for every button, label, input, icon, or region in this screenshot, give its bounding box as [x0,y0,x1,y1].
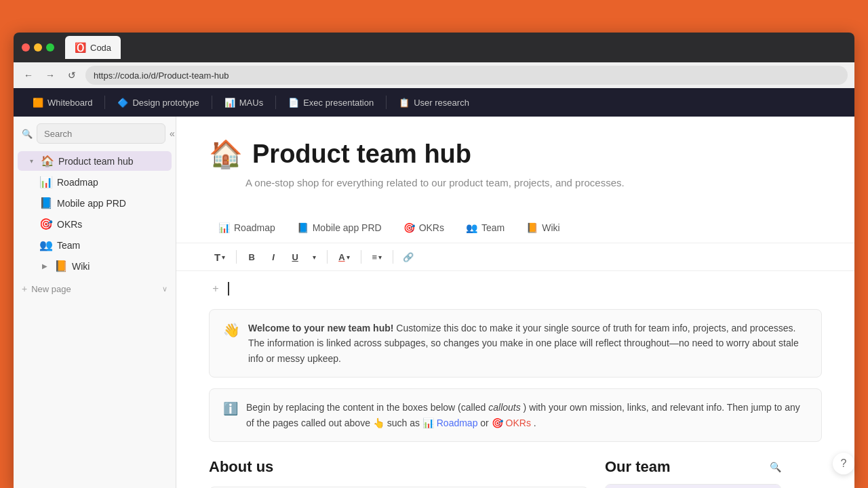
app-tab-maus[interactable]: 📊 MAUs [216,94,271,112]
wiki-inner-icon: 📙 [526,222,538,233]
app-tab-design-prototype[interactable]: 🔷 Design prototype [109,94,207,112]
roadmap-inner-icon: 📊 [218,222,230,233]
browser-tab-active[interactable]: 🅾️ Coda [65,36,121,59]
info-callout-icon: ℹ️ [223,401,238,430]
inner-tab-mobile-app-prd[interactable]: 📘 Mobile app PRD [288,218,391,237]
italic-button[interactable]: I [264,247,283,266]
close-button[interactable] [22,43,30,52]
forward-button[interactable]: → [42,67,58,83]
wiki-expand-icon: ▶ [39,261,50,272]
color-dropdown[interactable]: A ▾ [333,249,355,265]
sidebar-item-okrs[interactable]: 🎯 OKRs [18,214,172,234]
reload-button[interactable]: ↺ [64,67,80,83]
exec-presentation-label: Exec presentation [303,98,374,108]
inner-tab-wiki[interactable]: 📙 Wiki [517,218,569,237]
inner-tab-team[interactable]: 👥 Team [456,218,514,237]
expand-arrow-icon: ▾ [26,156,37,167]
chevron-icon: ∨ [162,285,167,293]
toolbar-separator-1 [236,250,237,264]
roadmap-link[interactable]: 📊 Roadmap [422,418,478,428]
info-callouts-italic: callouts [488,402,520,413]
roadmap-sidebar-label: Roadmap [57,177,165,188]
sidebar-item-wiki[interactable]: ▶ 📙 Wiki [18,256,172,276]
address-bar[interactable] [85,66,848,85]
team-member-info: Jay Singh PM 👨‍💼 [606,485,781,488]
text-toolbar: T ▾ B I U ▾ A ▾ [176,243,854,271]
tab-separator-2 [212,96,212,109]
our-team-section: Our team 🔍 Jay Singh PM [605,458,781,488]
add-block-button[interactable]: + [209,282,222,296]
page-header: 🏠 Product team hub A one-stop shop for e… [176,117,854,213]
welcome-callout-text: Welcome to your new team hub! Customize … [248,321,808,366]
our-team-header: Our team 🔍 [605,458,781,476]
mobile-prd-sidebar-label: Mobile app PRD [57,198,165,209]
mobile-prd-inner-label: Mobile app PRD [313,222,382,233]
okrs-link[interactable]: 🎯 OKRs [492,418,531,428]
about-title: About us [209,458,589,476]
link-icon: 🔗 [403,252,414,262]
mobile-prd-inner-icon: 📘 [297,222,309,233]
sidebar-collapse-button[interactable]: « [170,125,175,142]
user-research-label: User research [414,98,469,108]
search-input[interactable] [37,123,165,144]
text-style-chevron-icon: ▾ [222,253,225,261]
design-prototype-icon: 🔷 [117,98,128,108]
search-icon: 🔍 [22,129,33,139]
page-title: Product team hub [252,140,471,169]
about-section: About us 🗿 Mission Make internet busines… [209,458,589,488]
align-chevron-icon: ▾ [378,253,382,261]
sidebar-item-mobile-app-prd[interactable]: 📘 Mobile app PRD [18,193,172,213]
team-inner-label: Team [481,222,505,233]
welcome-callout-icon: 👋 [223,322,240,366]
product-hub-label: Product team hub [58,156,165,167]
app-tab-exec-presentation[interactable]: 📄 Exec presentation [280,94,382,112]
color-label: A [338,252,344,262]
okrs-sidebar-icon: 🎯 [39,218,53,230]
app-tab-user-research[interactable]: 📋 User research [391,94,477,112]
sidebar: 🔍 « ▾ 🏠 Product team hub 📊 Roadmap 📘 Mo [14,117,176,488]
page-title-row: 🏠 Product team hub [209,138,822,170]
tab-separator-4 [386,96,387,109]
tab-separator-1 [104,96,105,109]
design-prototype-label: Design prototype [132,98,199,108]
roadmap-inner-label: Roadmap [234,222,275,233]
toolbar-separator-4 [393,250,393,264]
maus-label: MAUs [239,98,263,108]
sidebar-item-team[interactable]: 👥 Team [18,235,172,255]
sections-row: About us 🗿 Mission Make internet busines… [209,458,822,488]
info-callout: ℹ️ Begin by replacing the content in the… [209,388,822,442]
link-button[interactable]: 🔗 [399,247,418,266]
coda-tab-icon: 🅾️ [75,42,86,53]
inner-tab-roadmap[interactable]: 📊 Roadmap [209,218,285,237]
text-style-dropdown[interactable]: T ▾ [209,249,231,266]
info-text-before: Begin by replacing the content in the bo… [246,402,488,413]
toolbar-separator-3 [361,250,361,264]
whiteboard-label: Whiteboard [47,98,92,108]
underline-button[interactable]: U [285,247,304,266]
info-period: . [534,418,536,428]
new-page-row[interactable]: + New page ∨ [14,279,176,298]
bold-button[interactable]: B [242,247,261,266]
text-style-label: T [214,251,220,263]
team-inner-icon: 👥 [466,222,477,233]
minimize-button[interactable] [34,43,42,52]
team-sidebar-icon: 👥 [39,239,53,251]
team-search-button[interactable]: 🔍 [770,462,781,472]
okrs-sidebar-label: OKRs [57,219,165,230]
underline-dropdown[interactable]: ▾ [307,251,321,264]
sidebar-item-roadmap[interactable]: 📊 Roadmap [18,172,172,192]
user-research-icon: 📋 [399,98,410,108]
sidebar-item-product-team-hub[interactable]: ▾ 🏠 Product team hub [18,151,172,171]
wiki-inner-label: Wiki [542,222,559,233]
maximize-button[interactable] [46,43,54,52]
info-callout-text: Begin by replacing the content in the bo… [246,400,808,430]
align-dropdown[interactable]: ≡ ▾ [367,249,388,265]
content-area: + 👋 Welcome to your new team hub! Custom… [176,271,854,488]
help-button[interactable]: ? [833,453,854,474]
inner-tabs: 📊 Roadmap 📘 Mobile app PRD 🎯 OKRs 👥 Team [176,213,854,243]
cursor-line: + [209,282,822,296]
back-button[interactable]: ← [20,67,37,83]
okrs-inner-icon: 🎯 [403,222,415,233]
inner-tab-okrs[interactable]: 🎯 OKRs [394,218,454,237]
app-tab-whiteboard[interactable]: 🟧 Whiteboard [24,94,100,112]
